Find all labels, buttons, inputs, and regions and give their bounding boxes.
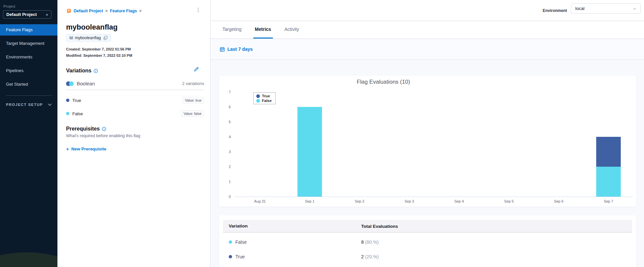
breadcrumb-feature-flags-link[interactable]: Feature Flags: [110, 9, 137, 13]
new-prerequisite-button[interactable]: + New Prerequisite: [66, 146, 106, 151]
y-axis-label: 0: [219, 194, 231, 199]
y-axis-label: 5: [219, 120, 231, 124]
project-selector-value: Default Project: [6, 12, 37, 17]
x-axis-label: Sep 3: [393, 199, 426, 203]
y-axis-label: 2: [219, 164, 231, 169]
sidebar-section-project-setup[interactable]: PROJECT SETUP: [6, 103, 52, 107]
table-header-total-evaluations: Total Evaluations: [361, 224, 398, 229]
variation-color-dot: [66, 99, 69, 102]
total-evaluations-value: 8: [361, 239, 365, 245]
prerequisites-subtitle: What's required before enabling this fla…: [66, 134, 140, 138]
tab-bar: TargetingMetricsActivity: [210, 21, 644, 39]
variation-name: False: [72, 111, 83, 116]
total-evaluations-percent: (80.%): [365, 239, 379, 245]
environment-select-value: local: [575, 6, 585, 11]
sidebar-item-get-started[interactable]: Get Started: [0, 79, 57, 90]
variation-color-dot: [229, 255, 232, 258]
y-axis-label: 6: [219, 105, 231, 109]
sidebar-item-pipelines[interactable]: Pipelines: [0, 65, 57, 76]
bar-segment-true-sep-7[interactable]: [596, 137, 621, 167]
variation-type: Boolean: [66, 81, 95, 86]
variation-type-label: Boolean: [77, 81, 95, 86]
date-range-filter-button[interactable]: Last 7 days: [227, 46, 253, 52]
bar-segment-false-sep-1[interactable]: [297, 107, 322, 197]
sidebar-decoration: [0, 252, 57, 267]
project-selector[interactable]: Default Project »: [3, 10, 51, 19]
x-axis-label: Sep 7: [592, 199, 625, 203]
chevron-right-icon: >: [105, 9, 108, 13]
flag-evaluations-chart-card: Flag Evaluations (10) TrueFalse 01234567…: [219, 76, 636, 207]
variation-color-dot: [66, 112, 69, 115]
variation-count: 2 variations: [182, 81, 204, 86]
tab-activity[interactable]: Activity: [283, 21, 301, 39]
table-header-variation: Variation: [229, 223, 248, 228]
x-axis-label: Sep 2: [343, 199, 376, 203]
breadcrumb-project-link[interactable]: Default Project: [74, 9, 103, 13]
variation-value-chip: Value: false: [181, 110, 204, 117]
sidebar-item-target-management[interactable]: Target Management: [0, 38, 57, 49]
total-evaluations-value: 2: [361, 254, 365, 259]
prerequisites-title-text: Prerequisites: [66, 126, 100, 132]
chevron-down-icon: [633, 6, 636, 11]
y-axis-label: 3: [219, 149, 231, 154]
chevron-down-icon: [48, 103, 52, 107]
bar-segment-false-sep-7[interactable]: [596, 167, 621, 197]
copy-icon[interactable]: [104, 36, 108, 40]
feature-flags-module-icon: [66, 8, 71, 13]
more-options-button[interactable]: ⋮: [194, 7, 203, 13]
variation-list: TrueValue: trueFalseValue: false: [66, 94, 204, 120]
x-axis-label: Aug 31: [243, 199, 277, 203]
table-header-row: Variation Total Evaluations: [223, 220, 632, 232]
new-prerequisite-label: New Prerequisite: [71, 146, 107, 151]
info-icon[interactable]: [94, 69, 98, 73]
y-axis-label: 4: [219, 134, 231, 139]
calendar-icon: [220, 47, 225, 52]
metrics-content: Flag Evaluations (10) TrueFalse 01234567…: [210, 60, 644, 267]
tab-targeting[interactable]: Targeting: [221, 21, 243, 39]
date-range-filter-bar: Last 7 days: [210, 39, 644, 60]
info-icon[interactable]: [102, 127, 106, 131]
flag-modified-date: Modified: September 7, 2022 02:10 PM: [66, 53, 132, 57]
flag-id-text: Id: mybooleanflag: [69, 36, 101, 40]
x-axis-label: Sep 6: [542, 199, 575, 203]
environment-label: Environment: [543, 8, 567, 13]
x-axis-label: Sep 1: [293, 199, 326, 203]
chevron-right-icon: >: [139, 9, 142, 13]
variation-name: True: [235, 254, 245, 259]
variation-value-chip: Value: true: [182, 97, 204, 104]
total-evaluations-percent: (20.%): [365, 254, 379, 259]
sidebar-divider: [6, 95, 52, 96]
x-axis-label: Sep 5: [492, 199, 525, 203]
environment-topbar: Environment local: [210, 0, 644, 21]
sidebar-section-label: PROJECT SETUP: [6, 103, 43, 107]
chart-plot: 01234567Aug 31Sep 1Sep 2Sep 3Sep 4Sep 5S…: [219, 76, 636, 207]
sidebar-item-environments[interactable]: Environments: [0, 51, 57, 63]
flag-name-title: mybooleanflag: [66, 23, 118, 32]
variation-name: True: [72, 98, 81, 103]
divider: [66, 90, 204, 90]
variation-name: False: [235, 239, 247, 245]
variation-color-dot: [229, 240, 232, 244]
variation-row-true: TrueValue: true: [66, 94, 204, 107]
variations-title-text: Variations: [66, 68, 91, 74]
boolean-type-icon: [66, 81, 74, 86]
flag-detail-panel: Default Project > Feature Flags > ⋮ mybo…: [57, 0, 210, 267]
variation-type-row: Boolean 2 variations: [66, 81, 204, 86]
plus-icon: +: [66, 146, 69, 151]
y-axis-label: 1: [219, 179, 231, 184]
sidebar-menu: Feature FlagsTarget ManagementEnvironmen…: [0, 24, 57, 92]
evaluations-table-card: Variation Total Evaluations False8 (80.%…: [219, 215, 636, 267]
sidebar: Project Default Project » Feature FlagsT…: [0, 0, 57, 267]
environment-select[interactable]: local: [571, 3, 641, 14]
sidebar-item-feature-flags[interactable]: Feature Flags: [0, 24, 57, 36]
double-chevron-icon: »: [46, 12, 48, 17]
prerequisites-heading: Prerequisites: [66, 126, 106, 132]
flag-id-chip: Id: mybooleanflag: [66, 34, 111, 42]
edit-variations-pencil-icon[interactable]: [194, 66, 199, 73]
x-axis-label: Sep 4: [443, 199, 476, 203]
x-axis-line: [235, 197, 633, 197]
flag-created-date: Created: September 7, 2022 01:56 PM: [66, 47, 131, 51]
tab-metrics[interactable]: Metrics: [253, 21, 273, 39]
table-row-false: False8 (80.%): [223, 235, 632, 249]
environment-panel: Environment local TargetingMetricsActivi…: [210, 0, 644, 267]
